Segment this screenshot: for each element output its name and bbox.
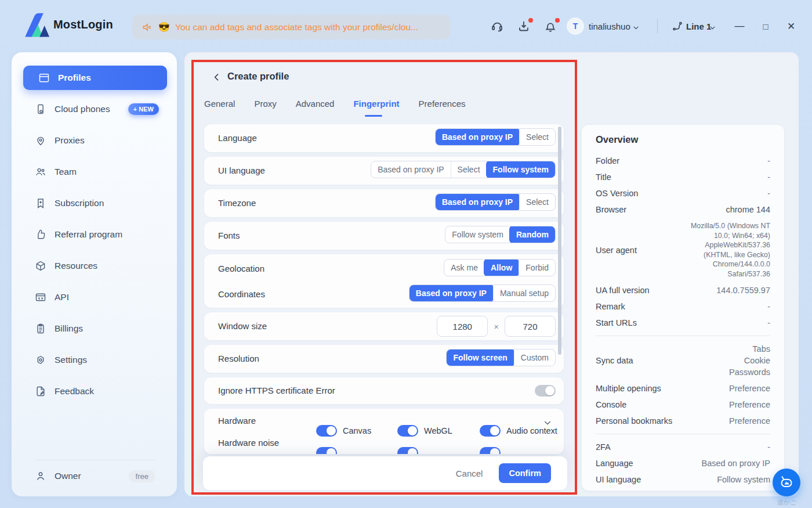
row-value: Preference [729,416,770,426]
field-label: Fonts [218,230,240,240]
location-pin-icon [35,135,46,146]
resolution-segmented-control: Follow screen Custom [446,349,556,366]
maximize-button[interactable]: □ [758,19,773,33]
row-label: Title [596,172,611,182]
option-random[interactable]: Random [509,226,556,243]
window-height-input[interactable] [505,316,556,337]
field-label: Geolocation [218,264,264,273]
line-selector-chevron-down-icon[interactable] [709,24,716,31]
row-label: Sync data [596,356,633,365]
sidebar-item-label: Cloud phones [55,104,110,114]
line-selector-label[interactable]: Line 1 [686,21,711,31]
tab-proxy[interactable]: Proxy [254,99,276,109]
overview-row-sync-data: Sync dataTabs Cookie Passwords [596,341,770,380]
sidebar-item-subscription[interactable]: Subscription [20,191,169,215]
overview-title: Overview [596,134,770,145]
overview-divider [596,434,770,434]
option-custom[interactable]: Custom [514,350,555,366]
sidebar-item-label: Referral program [55,229,122,240]
download-notification-dot [528,18,533,23]
cancel-button[interactable]: Cancel [456,469,483,478]
page-title: Create profile [227,71,289,82]
sidebar-item-team[interactable]: Team [20,160,169,184]
sidebar-item-billings[interactable]: Billings [20,316,169,341]
option-based-on-proxy-ip[interactable]: Based on proxy IP [409,284,494,302]
announcement-text: You can add tags and associate tags with… [175,22,418,33]
owner-row[interactable]: Owner free [35,464,168,488]
plan-badge: free [129,470,155,482]
language-segmented-control: Based on proxy IP Select [435,128,556,146]
box-icon [35,260,46,272]
user-menu-chevron-down-icon[interactable] [632,24,640,31]
clipped-toggle[interactable] [397,447,418,454]
option-based-on-proxy-ip[interactable]: Based on proxy IP [435,128,520,146]
sidebar-item-resources[interactable]: Resources [20,254,169,278]
fonts-segmented-control: Follow system Random [445,226,556,243]
overview-panel: Overview Folder- Title- OS Version- Brow… [582,125,784,491]
tab-advanced[interactable]: Advanced [296,99,335,109]
sidebar-item-referral-program[interactable]: Referral program [20,222,169,247]
option-based-on-proxy-ip[interactable]: Based on proxy IP [371,161,450,178]
chat-fab-button[interactable] [773,469,800,496]
audio-context-toggle[interactable] [480,425,501,437]
option-select[interactable]: Select [451,161,487,178]
option-based-on-proxy-ip[interactable]: Based on proxy IP [435,193,520,211]
sidebar-item-proxies[interactable]: Proxies [20,128,169,153]
overview-row-title: Title- [596,169,770,185]
support-headset-icon[interactable] [490,19,504,33]
option-ask-me[interactable]: Ask me [444,260,484,276]
titlebar: MostLogin 😎 You can add tags and associa… [0,0,812,51]
api-code-icon [35,291,46,303]
cloud-phone-icon [35,103,46,115]
row-ui-language: UI language Based on proxy IP Select Fol… [204,157,564,185]
field-label: Window size [218,321,267,331]
sidebar-item-feedback[interactable]: Feedback [20,379,169,403]
tab-general[interactable]: General [204,99,235,109]
sidebar-item-settings[interactable]: Settings [20,348,169,372]
row-value: - [767,156,770,165]
ui-language-segmented-control: Based on proxy IP Select Follow system [371,161,556,178]
webgl-toggle[interactable] [397,425,418,437]
option-allow[interactable]: Allow [484,259,519,276]
confirm-button[interactable]: Confirm [499,463,551,483]
tab-preferences[interactable]: Preferences [419,99,466,109]
window-size-inputs: × [437,316,556,337]
geolocation-segmented-control: Ask me Allow Forbid [444,259,556,276]
option-forbid[interactable]: Forbid [519,260,555,276]
tab-fingerprint[interactable]: Fingerprint [353,99,399,109]
overview-row-start-urls: Start URLs- [596,315,770,331]
ignore-https-toggle[interactable] [535,385,556,397]
back-chevron-icon[interactable] [212,73,222,82]
minimize-button[interactable]: — [732,19,747,33]
close-button[interactable]: ✕ [784,19,799,33]
row-value: chrome 144 [726,205,770,214]
sidebar-item-label: Billings [55,323,83,334]
speaker-icon [142,21,153,33]
tab-bar: General Proxy Advanced Fingerprint Prefe… [204,99,465,109]
avatar[interactable]: T [567,17,584,35]
window-width-input[interactable] [437,316,488,337]
field-label: Coordinates [218,289,265,299]
clipped-toggle[interactable] [316,447,337,454]
option-select[interactable]: Select [519,194,555,210]
sidebar-item-api[interactable]: API [20,285,169,309]
clipboard-icon [35,323,46,334]
row-window-size: Window size × [204,312,564,340]
announcement-banner[interactable]: 😎 You can add tags and associate tags wi… [132,15,450,39]
option-manual-setup[interactable]: Manual setup [493,285,555,301]
option-select[interactable]: Select [519,129,555,145]
overview-row-2fa: 2FA- [596,439,770,455]
row-fonts: Fonts Follow system Random [204,222,564,250]
coordinates-segmented-control: Based on proxy IP Manual setup [409,284,556,302]
sidebar-item-cloud-phones[interactable]: Cloud phones + NEW [20,97,169,121]
overview-row-console: ConsolePreference [596,397,770,413]
option-follow-system[interactable]: Follow system [445,226,510,243]
option-follow-screen[interactable]: Follow screen [446,349,514,366]
option-follow-system[interactable]: Follow system [486,161,556,178]
clipped-toggle[interactable] [480,447,501,454]
field-label: Hardware noise [218,438,279,448]
sidebar-item-profiles[interactable]: Profiles [23,66,167,90]
canvas-toggle[interactable] [316,425,337,437]
noise-canvas: Canvas [316,425,371,437]
scrollbar-thumb[interactable] [558,127,561,355]
